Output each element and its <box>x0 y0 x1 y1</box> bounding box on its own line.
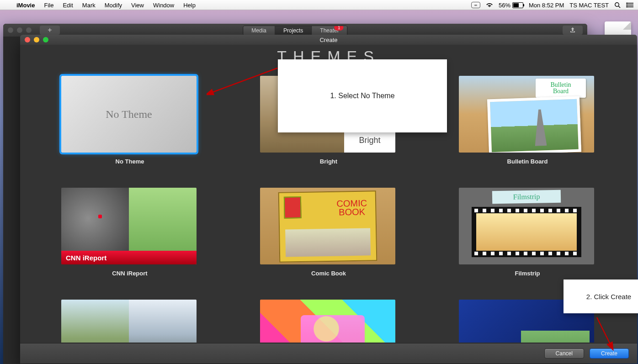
svg-point-0 <box>615 3 619 6</box>
share-button[interactable] <box>563 26 583 35</box>
menu-mark[interactable]: Mark <box>78 2 100 9</box>
svg-point-7 <box>627 6 628 8</box>
modal-title: Create <box>319 37 337 43</box>
theme-thumb: Bulletin Board <box>459 76 594 153</box>
theme-label: Bright <box>260 158 397 165</box>
svg-point-5 <box>627 3 628 4</box>
new-project-button[interactable]: + <box>40 26 60 35</box>
create-titlebar: Create <box>20 35 637 45</box>
theme-bulletin-board[interactable]: Bulletin Board Bulletin Board <box>459 76 596 165</box>
annotation-step1: 1. Select No Theme <box>278 59 447 132</box>
menu-edit[interactable]: Edit <box>58 2 77 9</box>
mac-menubar: iMovie File Edit Mark Modify View Window… <box>0 0 638 10</box>
menu-modify[interactable]: Modify <box>100 2 127 9</box>
menubar-user[interactable]: TS MAC TEST <box>569 2 609 9</box>
annotation-step2: 2. Click Create <box>564 280 638 313</box>
view-segmented-control: Media Projects Theater1 <box>243 26 347 36</box>
svg-line-1 <box>618 6 620 8</box>
segment-projects[interactable]: Projects <box>275 26 312 35</box>
creative-cloud-icon[interactable]: ∞ <box>471 2 480 8</box>
theme-thumb: No Theme <box>61 76 197 153</box>
battery-percent: 56% <box>499 2 510 9</box>
theme-thumb: CNN iReport <box>61 188 197 264</box>
menu-file[interactable]: File <box>39 2 58 9</box>
window-zoom-button[interactable] <box>26 27 32 33</box>
theme-thumb <box>260 300 395 343</box>
spotlight-icon[interactable] <box>614 2 621 8</box>
theme-label: Filmstrip <box>459 270 596 277</box>
theme-no-theme[interactable]: No Theme No Theme <box>61 76 198 165</box>
segment-theater[interactable]: Theater1 <box>312 26 347 35</box>
theme-label: CNN iReport <box>61 270 198 277</box>
menu-window[interactable]: Window <box>149 2 179 9</box>
notification-center-icon[interactable] <box>626 2 633 8</box>
theme-label: No Theme <box>61 158 198 165</box>
theme-cnn-ireport[interactable]: CNN iReport CNN iReport <box>61 188 198 277</box>
create-button[interactable]: Create <box>590 348 629 359</box>
modal-close-button[interactable] <box>25 37 30 42</box>
app-menu[interactable]: iMovie <box>12 2 39 9</box>
theme-label: Comic Book <box>260 270 397 277</box>
menubar-clock[interactable]: Mon 8:52 PM <box>529 2 564 9</box>
theme-label: Bulletin Board <box>459 158 596 165</box>
modal-bottom-bar: Cancel Create <box>20 343 637 364</box>
theme-thumb: Filmstrip <box>459 188 594 264</box>
theme-row3-b[interactable] <box>260 300 397 343</box>
menu-view[interactable]: View <box>127 2 149 9</box>
theme-filmstrip[interactable]: Filmstrip Filmstrip <box>459 188 596 277</box>
wifi-icon[interactable] <box>486 2 493 8</box>
theme-thumb <box>61 300 197 343</box>
cancel-button[interactable]: Cancel <box>544 348 584 359</box>
theme-row3-a[interactable] <box>61 300 198 343</box>
battery-status[interactable]: 56% <box>499 2 523 9</box>
window-minimize-button[interactable] <box>17 27 22 33</box>
svg-point-6 <box>627 5 628 6</box>
modal-minimize-button[interactable] <box>34 37 39 42</box>
theater-badge: 1 <box>335 26 344 31</box>
theme-thumb: COMIC BOOK <box>260 188 395 264</box>
segment-media[interactable]: Media <box>243 26 275 35</box>
modal-zoom-button[interactable] <box>43 37 48 42</box>
theme-comic-book[interactable]: COMIC BOOK Comic Book <box>260 188 397 277</box>
window-close-button[interactable] <box>8 27 13 33</box>
menu-help[interactable]: Help <box>179 2 200 9</box>
